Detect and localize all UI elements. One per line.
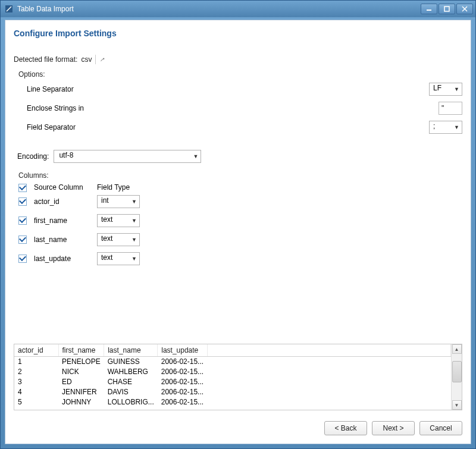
table-row[interactable]: 3EDCHASE2006-02-15... bbox=[14, 376, 451, 387]
next-button[interactable]: Next > bbox=[372, 421, 415, 435]
column-name: last_name bbox=[32, 236, 93, 244]
scroll-track[interactable] bbox=[452, 354, 462, 400]
column-row: actor_idint▼ bbox=[18, 194, 462, 209]
table-cell: 2006-02-15... bbox=[158, 387, 208, 397]
settings-icon[interactable] bbox=[95, 55, 105, 64]
back-button[interactable]: < Back bbox=[324, 421, 367, 435]
table-cell: 3 bbox=[14, 376, 58, 387]
cancel-button[interactable]: Cancel bbox=[419, 421, 462, 435]
enclose-strings-input[interactable] bbox=[439, 102, 462, 115]
column-row: first_nametext▼ bbox=[18, 213, 462, 228]
table-cell: WAHLBERG bbox=[104, 366, 158, 376]
app-icon bbox=[4, 4, 14, 14]
table-cell: DAVIS bbox=[104, 387, 158, 397]
column-type-select[interactable]: text bbox=[97, 233, 140, 246]
scrollbar-vertical[interactable]: ▲ ▼ bbox=[451, 344, 462, 410]
columns-block: Columns: Source Column Field Type actor_… bbox=[18, 171, 462, 271]
minimize-button[interactable] bbox=[421, 4, 437, 14]
table-cell: 2006-02-15... bbox=[158, 356, 208, 366]
column-name: actor_id bbox=[32, 197, 93, 206]
table-cell: PENELOPE bbox=[58, 356, 104, 366]
column-header[interactable]: last_update bbox=[158, 344, 208, 356]
table-cell: 2006-02-15... bbox=[158, 397, 208, 407]
window-title: Table Data Import bbox=[17, 5, 421, 13]
column-header[interactable]: first_name bbox=[58, 344, 104, 356]
table-cell: 4 bbox=[14, 387, 58, 397]
column-checkbox[interactable] bbox=[18, 255, 27, 263]
column-checkbox[interactable] bbox=[18, 197, 27, 206]
preview-data-table: actor_idfirst_namelast_namelast_update 1… bbox=[14, 344, 451, 407]
column-checkbox[interactable] bbox=[18, 236, 27, 244]
line-separator-select[interactable]: LF bbox=[429, 83, 462, 96]
column-header[interactable]: last_name bbox=[104, 344, 158, 356]
table-cell: 1 bbox=[14, 356, 58, 366]
scroll-up-button[interactable]: ▲ bbox=[452, 344, 462, 354]
detected-format-value: csv bbox=[81, 55, 92, 64]
window-buttons bbox=[421, 4, 473, 14]
table-cell: 2 bbox=[14, 366, 58, 376]
enclose-strings-label: Enclose Strings in bbox=[18, 104, 439, 112]
column-row: last_updatetext▼ bbox=[18, 252, 462, 266]
encoding-select[interactable]: utf-8 bbox=[54, 150, 201, 163]
column-checkbox[interactable] bbox=[18, 216, 27, 225]
table-row[interactable]: 2NICKWAHLBERG2006-02-15... bbox=[14, 366, 451, 376]
table-row[interactable]: 5JOHNNYLOLLOBRIG...2006-02-15... bbox=[14, 397, 451, 407]
table-cell: GUINESS bbox=[104, 356, 158, 366]
close-button[interactable] bbox=[456, 4, 473, 14]
table-row[interactable]: 4JENNIFERDAVIS2006-02-15... bbox=[14, 387, 451, 397]
table-cell: JENNIFER bbox=[58, 387, 104, 397]
line-separator-label: Line Separator bbox=[18, 85, 429, 93]
encoding-label: Encoding: bbox=[17, 152, 49, 161]
options-legend: Options: bbox=[18, 70, 462, 79]
column-name: first_name bbox=[32, 216, 93, 225]
columns-header-source: Source Column bbox=[32, 183, 93, 191]
column-type-select[interactable]: text bbox=[97, 252, 140, 265]
table-cell: 2006-02-15... bbox=[158, 376, 208, 387]
content-panel: Configure Import Settings Detected file … bbox=[5, 20, 471, 444]
table-cell: CHASE bbox=[104, 376, 158, 387]
field-separator-select[interactable]: ; bbox=[429, 121, 462, 134]
column-type-select[interactable]: text bbox=[97, 214, 140, 227]
column-type-select[interactable]: int bbox=[97, 195, 140, 208]
detected-format-row: Detected file format: csv bbox=[14, 55, 462, 64]
table-cell: LOLLOBRIG... bbox=[104, 397, 158, 407]
table-cell: 5 bbox=[14, 397, 58, 407]
titlebar[interactable]: Table Data Import bbox=[1, 1, 475, 17]
maximize-button[interactable] bbox=[439, 4, 455, 14]
table-row[interactable]: 1PENELOPEGUINESS2006-02-15... bbox=[14, 356, 451, 366]
column-name: last_update bbox=[32, 255, 93, 263]
detected-format-label: Detected file format: bbox=[14, 55, 77, 64]
columns-select-all-checkbox[interactable] bbox=[18, 184, 27, 192]
footer-buttons: < Back Next > Cancel bbox=[14, 421, 462, 435]
table-cell: NICK bbox=[58, 366, 104, 376]
table-cell: ED bbox=[58, 376, 104, 387]
column-header[interactable]: actor_id bbox=[14, 344, 58, 356]
scroll-thumb[interactable] bbox=[452, 361, 462, 382]
column-row: last_nametext▼ bbox=[18, 233, 462, 247]
scroll-down-button[interactable]: ▼ bbox=[452, 400, 462, 410]
svg-rect-2 bbox=[444, 7, 449, 11]
preview-table: actor_idfirst_namelast_namelast_update 1… bbox=[14, 344, 462, 410]
page-title: Configure Import Settings bbox=[14, 29, 462, 38]
options-block: Line Separator LF ▼ Enclose Strings in F… bbox=[18, 82, 462, 139]
field-separator-label: Field Separator bbox=[18, 123, 429, 131]
columns-legend: Columns: bbox=[18, 171, 462, 180]
table-cell: 2006-02-15... bbox=[158, 366, 208, 376]
app-window: Table Data Import Configure Import Setti… bbox=[0, 0, 476, 449]
columns-header-type: Field Type bbox=[97, 183, 145, 191]
table-cell: JOHNNY bbox=[58, 397, 104, 407]
